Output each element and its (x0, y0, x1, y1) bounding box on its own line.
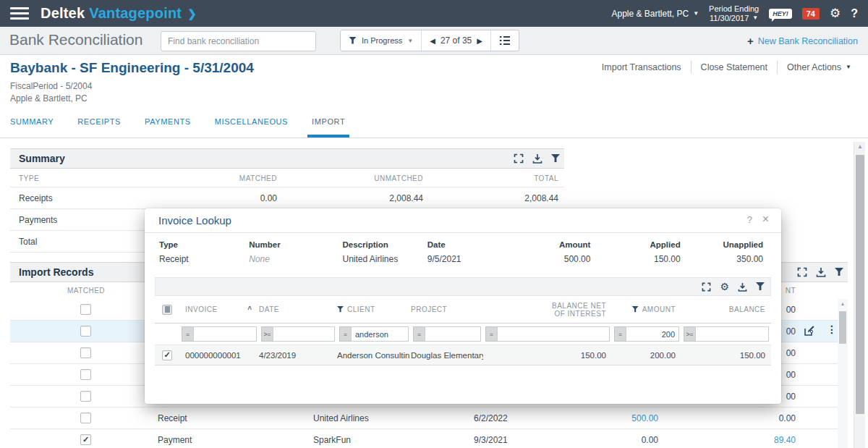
filter-operator-button[interactable]: = (182, 326, 193, 342)
gear-icon[interactable]: ⚙ (720, 282, 729, 292)
tab-payments[interactable]: PAYMENTS (145, 105, 191, 138)
period-ending-label: Period Ending (709, 4, 759, 14)
column-amount[interactable]: AMOUNT (612, 296, 681, 323)
expand-icon[interactable] (702, 282, 711, 292)
filter-funnel-icon[interactable] (835, 268, 843, 276)
next-record-icon[interactable]: ▶ (477, 37, 482, 45)
summary-row-receipts[interactable]: Receipts 0.00 2,008.44 2,008.44 (10, 187, 564, 209)
cell-description: United Airlines (313, 413, 369, 423)
filter-amount-input[interactable] (626, 326, 679, 342)
column-date[interactable]: DATE (259, 296, 337, 323)
table-row[interactable]: Receipt United Airlines 6/2/2022 500.00 … (10, 407, 848, 429)
page-scrollbar: ▲ (854, 142, 865, 448)
download-icon[interactable] (816, 267, 826, 277)
gear-icon[interactable]: ⚙ (830, 6, 841, 21)
matched-checkbox-checked[interactable]: ✓ (80, 434, 91, 445)
filter-operator-button[interactable]: = (339, 326, 351, 342)
table-row[interactable]: ✓ Payment SparkFun 9/3/2021 0.00 89.40 (10, 429, 848, 448)
list-view-icon (499, 35, 511, 46)
column-client[interactable]: CLIENT (337, 296, 411, 323)
record-title: Baybank - SF Engineering - 5/31/2004 (10, 60, 254, 76)
matched-checkbox[interactable] (80, 413, 91, 423)
cell-unmatched: 2,008.44 (389, 193, 423, 203)
info-unapplied-label: Unapplied (681, 240, 763, 249)
cell-total: 2,008.44 (524, 193, 558, 203)
cell-balance-link[interactable]: 89.40 (774, 435, 796, 445)
list-view-button[interactable] (490, 30, 519, 51)
matched-checkbox[interactable] (80, 326, 91, 337)
expand-icon[interactable] (797, 267, 807, 277)
column-project[interactable]: PROJECT (411, 296, 483, 323)
expand-icon[interactable] (514, 153, 524, 164)
tab-receipts[interactable]: RECEIPTS (77, 105, 121, 138)
filter-invoice-input[interactable] (193, 326, 257, 342)
page-scrollbar-thumb[interactable] (856, 155, 864, 414)
import-transactions-button[interactable]: Import Transactions (592, 62, 691, 72)
info-date-value: 9/5/2021 (427, 254, 522, 264)
help-icon[interactable]: ? (851, 7, 858, 20)
hey-notification-icon[interactable]: HEY! (769, 9, 792, 19)
column-matched: MATCHED (54, 287, 119, 295)
filter-project-input[interactable] (425, 326, 481, 342)
search-input[interactable] (161, 31, 316, 51)
column-total: TOTAL (534, 174, 558, 182)
company-selector[interactable]: Apple & Bartlett, PC ▼ (611, 9, 699, 19)
filter-date-input[interactable] (273, 326, 335, 342)
tab-import[interactable]: IMPORT (312, 105, 345, 138)
filter-operator-button[interactable]: = (413, 326, 425, 342)
scroll-up-icon[interactable]: ▲ (838, 301, 848, 306)
matched-checkbox[interactable] (80, 369, 91, 380)
column-invoice[interactable]: INVOICE ^ (179, 296, 259, 323)
filter-balance-net-input[interactable] (497, 326, 610, 342)
status-filter-dropdown[interactable]: In Progress ▼ (341, 30, 421, 51)
close-statement-button[interactable]: Close Statement (692, 62, 777, 72)
grid-scrollbar-thumb[interactable] (839, 311, 846, 344)
chevron-down-icon: ▼ (407, 38, 413, 44)
invoice-result-row[interactable]: ✓ 000000000001 4/23/2019 Anderson Consul… (155, 345, 771, 365)
matched-checkbox[interactable] (80, 391, 91, 402)
column-date-label: DATE (259, 305, 279, 313)
previous-record-icon[interactable]: ◀ (430, 37, 435, 45)
filter-operator-button[interactable]: >= (684, 326, 695, 342)
period-ending-selector[interactable]: Period Ending 11/30/2017 ▼ (709, 4, 759, 23)
help-icon[interactable]: ? (747, 214, 752, 225)
matched-checkbox[interactable] (80, 347, 91, 358)
tab-summary[interactable]: SUMMARY (10, 105, 54, 138)
filter-client-input[interactable] (351, 326, 409, 342)
invoice-lookup-dialog: Invoice Lookup ? × Type Receipt Number N… (145, 208, 781, 404)
info-type-label: Type (159, 240, 249, 249)
other-actions-dropdown[interactable]: Other Actions ▼ (778, 62, 861, 72)
download-icon[interactable] (738, 282, 747, 292)
edit-icon[interactable] (804, 325, 815, 337)
select-all-checkbox[interactable] (162, 305, 172, 315)
import-records-title: Import Records (19, 266, 93, 278)
filter-balance-input[interactable] (695, 326, 769, 342)
check-icon: ✓ (82, 436, 89, 444)
cell-amount-link[interactable]: 500.00 (631, 413, 658, 423)
column-project-label: PROJECT (411, 305, 447, 313)
tab-miscellaneous[interactable]: MISCELLANEOUS (215, 105, 288, 138)
scroll-up-icon[interactable]: ▲ (854, 143, 866, 150)
cell-amount: 0.00 (642, 435, 658, 445)
cell-balance-fragment: 00 (786, 392, 796, 402)
filter-operator-button[interactable]: = (614, 326, 626, 342)
new-bank-reconciliation-button[interactable]: + New Bank Reconciliation (747, 35, 858, 47)
cell-balance-fragment: 00 (786, 348, 796, 358)
info-amount-label: Amount (522, 240, 590, 249)
download-icon[interactable] (532, 153, 542, 164)
close-icon[interactable]: × (762, 213, 769, 226)
filter-operator-button[interactable]: = (485, 326, 497, 342)
matched-checkbox[interactable] (80, 304, 91, 315)
notification-count-badge[interactable]: 74 (802, 8, 820, 20)
menu-icon[interactable] (10, 7, 29, 20)
cell-type: Payment (158, 435, 192, 445)
filter-operator-button[interactable]: >= (261, 326, 273, 342)
row-menu-icon[interactable]: ⋮ (827, 324, 837, 335)
filter-funnel-icon[interactable] (551, 154, 560, 163)
filter-funnel-icon[interactable] (756, 282, 765, 291)
chevron-right-icon: ❯ (187, 7, 197, 20)
sort-ascending-icon: ^ (247, 305, 252, 313)
column-balance-net[interactable]: BALANCE NET OF INTEREST (483, 296, 612, 323)
row-checkbox-checked[interactable]: ✓ (162, 350, 172, 360)
column-balance[interactable]: BALANCE (681, 296, 771, 323)
